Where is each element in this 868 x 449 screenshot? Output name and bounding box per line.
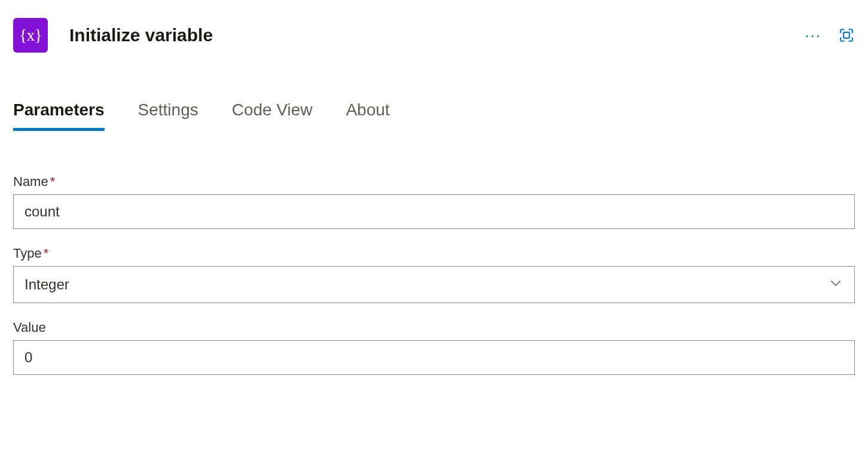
tab-parameters[interactable]: Parameters bbox=[13, 100, 105, 131]
header-left: {x} Initialize variable bbox=[13, 18, 213, 53]
name-label-text: Name bbox=[13, 174, 48, 189]
type-select[interactable]: Integer bbox=[13, 266, 855, 303]
card-title: Initialize variable bbox=[69, 25, 213, 45]
type-label-text: Type bbox=[13, 246, 42, 261]
snip-icon[interactable] bbox=[838, 25, 855, 46]
name-required-asterisk: * bbox=[50, 174, 56, 189]
type-required-asterisk: * bbox=[44, 246, 49, 261]
field-type-group: Type* Integer bbox=[13, 246, 855, 303]
tab-settings[interactable]: Settings bbox=[138, 100, 198, 131]
value-label: Value bbox=[13, 320, 855, 335]
variable-icon-glyph: {x} bbox=[19, 26, 42, 45]
name-label: Name* bbox=[13, 174, 855, 190]
type-label: Type* bbox=[13, 246, 855, 261]
name-input[interactable] bbox=[13, 194, 855, 229]
type-select-value: Integer bbox=[25, 276, 69, 293]
value-input[interactable] bbox=[13, 340, 855, 375]
card-header: {x} Initialize variable ··· bbox=[13, 18, 855, 53]
more-menu-icon[interactable]: ··· bbox=[805, 28, 821, 43]
chevron-down-icon bbox=[828, 275, 843, 294]
field-name-group: Name* bbox=[13, 174, 855, 229]
header-right: ··· bbox=[805, 25, 855, 46]
variable-icon: {x} bbox=[13, 18, 48, 53]
svg-rect-0 bbox=[843, 32, 849, 38]
tab-code-view[interactable]: Code View bbox=[232, 100, 313, 131]
value-label-text: Value bbox=[13, 320, 46, 335]
tab-about[interactable]: About bbox=[346, 100, 390, 131]
tab-bar: Parameters Settings Code View About bbox=[13, 100, 855, 131]
field-value-group: Value bbox=[13, 320, 855, 375]
